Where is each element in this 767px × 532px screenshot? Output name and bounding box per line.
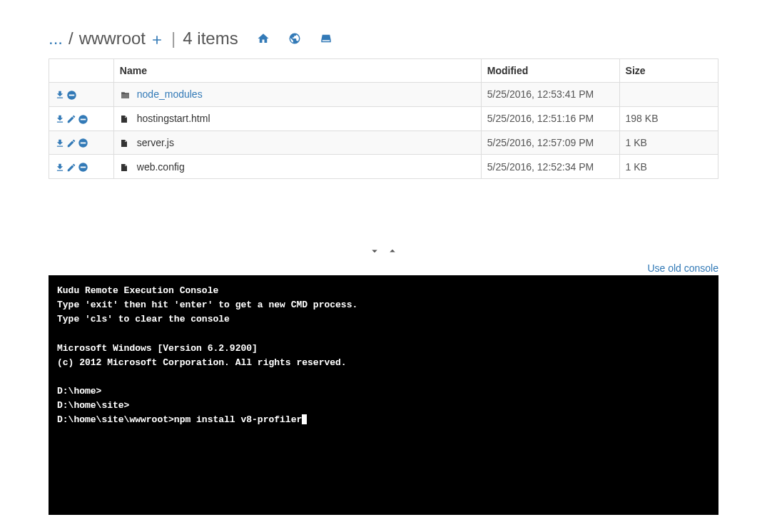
col-size[interactable]: Size — [619, 59, 718, 83]
file-table: Name Modified Size node_modules5/25/2016… — [49, 58, 718, 179]
svg-rect-5 — [81, 143, 86, 144]
download-icon[interactable] — [55, 113, 65, 124]
console-toggle — [0, 243, 767, 258]
cursor-icon — [302, 414, 307, 424]
delete-icon[interactable] — [78, 113, 88, 125]
file-icon — [120, 113, 130, 124]
file-label: server.js — [137, 137, 174, 148]
size-cell: 1 KB — [619, 155, 718, 179]
size-cell: 198 KB — [619, 106, 718, 131]
file-label: hostingstart.html — [137, 113, 210, 124]
table-row: server.js5/25/2016, 12:57:09 PM1 KB — [49, 131, 718, 155]
col-modified[interactable]: Modified — [481, 59, 619, 83]
disk-icon[interactable] — [320, 32, 332, 45]
add-icon[interactable] — [150, 29, 164, 48]
delete-icon[interactable] — [78, 160, 88, 173]
table-row: web.config5/25/2016, 12:52:34 PM1 KB — [49, 155, 718, 179]
use-old-console-link[interactable]: Use old console — [647, 262, 718, 274]
modified-cell: 5/25/2016, 12:57:09 PM — [481, 131, 619, 155]
globe-icon[interactable] — [288, 32, 301, 45]
console-input[interactable]: npm install v8-profiler — [174, 414, 302, 425]
modified-cell: 5/25/2016, 12:52:34 PM — [481, 155, 619, 179]
col-actions — [49, 59, 114, 83]
edit-icon[interactable] — [66, 137, 76, 148]
file-label: web.config — [137, 161, 185, 173]
modified-cell: 5/25/2016, 12:53:41 PM — [481, 83, 619, 107]
chevron-up-icon[interactable] — [386, 243, 399, 257]
item-count: 4 items — [183, 29, 238, 48]
breadcrumb-parent-link[interactable]: ... — [49, 29, 63, 48]
modified-cell: 5/25/2016, 12:51:16 PM — [481, 106, 619, 131]
delete-icon[interactable] — [78, 137, 88, 149]
col-name[interactable]: Name — [113, 59, 481, 83]
svg-rect-7 — [81, 167, 86, 168]
table-row: node_modules5/25/2016, 12:53:41 PM — [49, 83, 718, 107]
download-icon[interactable] — [55, 160, 65, 172]
delete-icon[interactable] — [66, 88, 77, 101]
console-output: Kudu Remote Execution Console Type 'exit… — [57, 285, 357, 411]
svg-rect-1 — [69, 94, 75, 96]
chevron-down-icon[interactable] — [368, 243, 385, 257]
breadcrumb-current: wwwroot — [79, 29, 146, 48]
breadcrumb: ... / wwwroot | 4 items — [49, 29, 718, 48]
console-prompt: D:\home\site\wwwroot> — [57, 414, 174, 425]
size-cell — [619, 83, 718, 107]
folder-icon — [120, 88, 130, 100]
breadcrumb-separator: / — [68, 29, 73, 48]
download-icon[interactable] — [55, 88, 65, 100]
size-cell: 1 KB — [619, 131, 718, 155]
download-icon[interactable] — [55, 137, 65, 148]
console[interactable]: Kudu Remote Execution Console Type 'exit… — [49, 275, 718, 515]
svg-rect-3 — [81, 118, 86, 120]
folder-link[interactable]: node_modules — [137, 88, 203, 100]
home-icon[interactable] — [257, 32, 270, 45]
edit-icon[interactable] — [66, 113, 76, 124]
edit-icon[interactable] — [66, 160, 76, 172]
table-row: hostingstart.html5/25/2016, 12:51:16 PM1… — [49, 106, 718, 131]
separator-pipe: | — [171, 29, 176, 48]
file-icon — [120, 161, 130, 173]
file-icon — [120, 137, 130, 148]
